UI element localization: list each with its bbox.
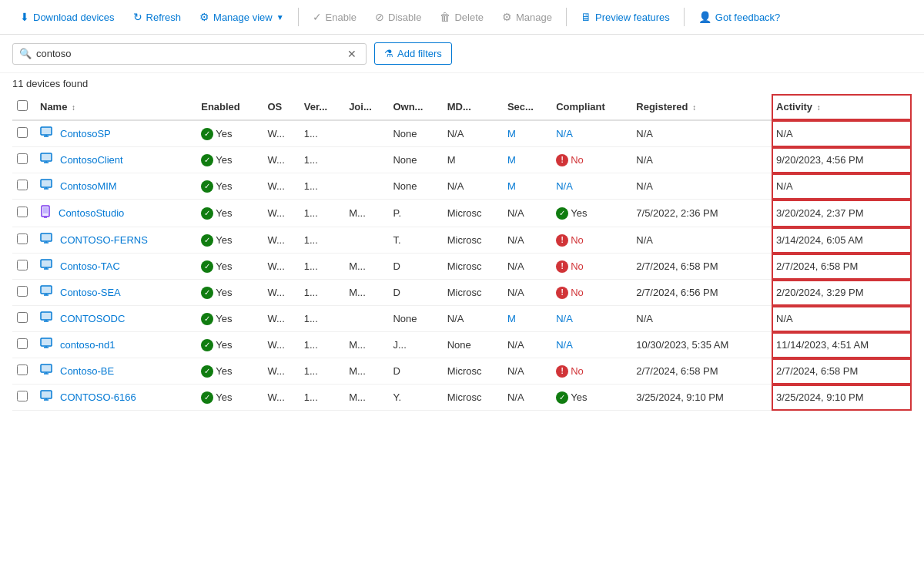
row-checkbox[interactable] — [17, 153, 28, 164]
enabled-status: ✓ Yes — [201, 391, 258, 404]
enabled-check-icon: ✓ — [201, 260, 213, 273]
header-checkbox-cell — [12, 94, 35, 120]
registered-cell: 10/30/2023, 5:35 AM — [631, 332, 772, 358]
join-cell — [344, 120, 388, 147]
owner-cell: None — [388, 306, 442, 332]
col-header-sec[interactable]: Sec... — [503, 94, 551, 120]
registered-cell: 2/7/2024, 6:58 PM — [631, 358, 772, 385]
device-icon — [40, 390, 55, 405]
col-header-enabled[interactable]: Enabled — [196, 94, 263, 120]
owner-cell: D — [388, 254, 442, 280]
os-cell: W... — [263, 173, 299, 200]
row-checkbox-cell — [12, 306, 35, 332]
col-header-name[interactable]: Name ↕ — [35, 94, 196, 120]
device-name-link[interactable]: ContosoClient — [40, 153, 192, 167]
device-name-link[interactable]: ContosoStudio — [40, 205, 192, 221]
device-name: ContosoMIM — [60, 180, 117, 192]
search-input[interactable] — [36, 48, 344, 59]
owner-cell: None — [388, 147, 442, 173]
manage-view-button[interactable]: ⚙ Manage view ▼ — [192, 6, 292, 28]
device-icon — [40, 179, 55, 193]
col-header-os[interactable]: OS — [263, 94, 299, 120]
device-name: Contoso-TAC — [60, 260, 120, 272]
download-devices-button[interactable]: ⬇ Download devices — [12, 6, 122, 28]
version-cell: 1... — [300, 306, 344, 332]
svg-rect-36 — [42, 365, 51, 371]
search-icon: 🔍 — [19, 48, 32, 59]
device-name-link[interactable]: Contoso-SEA — [40, 285, 192, 300]
disable-button[interactable]: ⊘ Disable — [367, 6, 429, 28]
enabled-status: ✓ Yes — [201, 313, 258, 325]
col-header-join[interactable]: Joi... — [344, 94, 388, 120]
exclaim-circle-icon: ! — [556, 234, 568, 247]
row-checkbox[interactable] — [17, 338, 28, 349]
row-checkbox[interactable] — [17, 180, 28, 190]
col-header-version[interactable]: Ver... — [300, 94, 344, 120]
device-name-link[interactable]: Contoso-TAC — [40, 259, 192, 274]
os-cell: W... — [263, 254, 299, 280]
join-cell: M... — [344, 200, 388, 227]
row-checkbox-cell — [12, 332, 35, 358]
sec-link[interactable]: M — [507, 180, 516, 192]
col-header-activity[interactable]: Activity ↕ — [772, 94, 912, 120]
row-checkbox-cell — [12, 147, 35, 173]
mdm-cell: N/A — [443, 173, 503, 200]
toolbar-separator-3 — [684, 8, 685, 26]
compliant-na-link[interactable]: N/A — [556, 313, 573, 324]
svg-rect-16 — [42, 234, 51, 240]
manage-button[interactable]: ⚙ Manage — [494, 6, 560, 28]
compliant-cell: ! No — [551, 227, 631, 254]
device-name-link[interactable]: ContosoSP — [40, 126, 192, 141]
col-header-mdm[interactable]: MD... — [443, 94, 503, 120]
row-checkbox[interactable] — [17, 207, 28, 217]
search-clear-button[interactable]: ✕ — [344, 48, 360, 60]
row-checkbox[interactable] — [17, 127, 28, 138]
table-row: ContosoMIM ✓ Yes W... 1... None N/A M N/… — [12, 173, 912, 200]
compliant-na-link[interactable]: N/A — [556, 180, 573, 192]
toolbar-separator-2 — [566, 8, 567, 26]
os-cell: W... — [263, 280, 299, 306]
svg-rect-28 — [42, 313, 51, 319]
row-checkbox[interactable] — [17, 364, 28, 375]
device-name-link[interactable]: contoso-nd1 — [40, 338, 192, 352]
row-checkbox[interactable] — [17, 260, 28, 270]
table-row: contoso-nd1 ✓ Yes W... 1... M... J... No… — [12, 332, 912, 358]
device-name-cell: CONTOSO-6166 — [35, 385, 196, 411]
os-cell: W... — [263, 306, 299, 332]
device-name-link[interactable]: ContosoMIM — [40, 179, 192, 193]
results-count: 11 devices found — [0, 73, 924, 94]
sec-link[interactable]: M — [507, 313, 516, 324]
enable-button[interactable]: ✓ Enable — [305, 6, 364, 28]
delete-button[interactable]: 🗑 Delete — [432, 6, 491, 28]
compliant-na-link[interactable]: N/A — [556, 128, 573, 139]
device-name-link[interactable]: Contoso-BE — [40, 364, 192, 378]
svg-rect-32 — [42, 339, 51, 345]
row-checkbox[interactable] — [17, 286, 28, 297]
device-name: CONTOSODC — [60, 313, 125, 324]
enabled-status: ✓ Yes — [201, 365, 258, 378]
device-name-link[interactable]: CONTOSODC — [40, 311, 192, 326]
select-all-checkbox[interactable] — [17, 100, 28, 111]
refresh-button[interactable]: ↻ Refresh — [126, 6, 189, 28]
compliant-cell: ! No — [551, 358, 631, 385]
compliant-na-link[interactable]: N/A — [556, 339, 573, 351]
activity-cell: 3/14/2024, 6:05 AM — [772, 227, 912, 254]
add-filters-button[interactable]: ⚗ Add filters — [374, 42, 452, 65]
device-name-link[interactable]: CONTOSO-6166 — [40, 390, 192, 405]
col-header-compliant[interactable]: Compliant — [551, 94, 631, 120]
col-header-owner[interactable]: Own... — [388, 94, 442, 120]
row-checkbox[interactable] — [17, 233, 28, 244]
sec-link[interactable]: M — [507, 154, 516, 166]
sec-cell: N/A — [503, 385, 551, 411]
compliant-cell: N/A — [551, 332, 631, 358]
row-checkbox[interactable] — [17, 312, 28, 323]
device-icon — [40, 205, 54, 221]
preview-features-button[interactable]: 🖥 Preview features — [573, 6, 678, 28]
sec-link[interactable]: M — [507, 128, 516, 139]
device-name-link[interactable]: CONTOSO-FERNS — [40, 233, 192, 247]
row-checkbox[interactable] — [17, 391, 28, 401]
manage-label: Manage — [516, 12, 552, 23]
activity-cell: N/A — [772, 120, 912, 147]
col-header-registered[interactable]: Registered ↕ — [631, 94, 772, 120]
got-feedback-button[interactable]: 👤 Got feedback? — [691, 6, 788, 28]
